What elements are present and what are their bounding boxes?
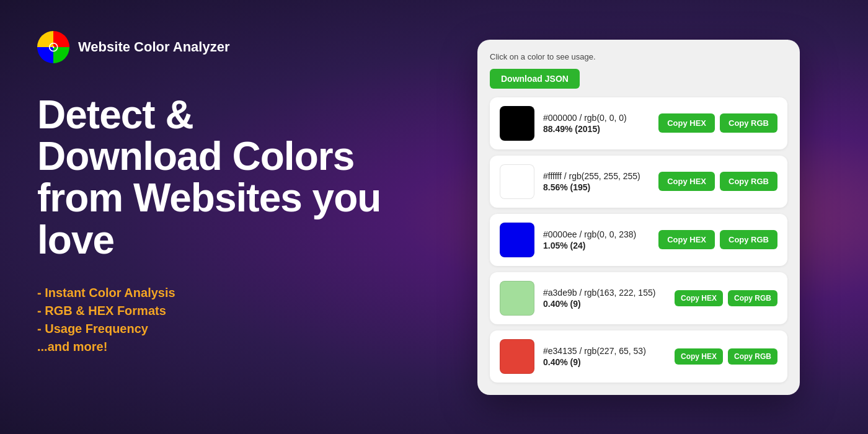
color-info: #ffffff / rgb(255, 255, 255) 8.56% (195): [543, 171, 650, 192]
color-row: #0000ee / rgb(0, 0, 238) 1.05% (24) Copy…: [490, 214, 787, 266]
copy-hex-button[interactable]: Copy HEX: [675, 348, 723, 365]
color-swatch: [500, 106, 534, 141]
copy-rgb-button[interactable]: Copy RGB: [728, 348, 777, 365]
left-panel: Website Color Analyzer Detect & Download…: [0, 0, 422, 434]
copy-buttons: Copy HEX Copy RGB: [675, 348, 777, 365]
copy-hex-button[interactable]: Copy HEX: [658, 113, 715, 133]
color-usage: 0.40% (9): [543, 299, 666, 309]
feature-4: ...and more!: [37, 340, 384, 354]
color-swatch: [500, 164, 534, 199]
logo-row: Website Color Analyzer: [37, 31, 384, 63]
copy-rgb-button[interactable]: Copy RGB: [720, 172, 777, 191]
copy-hex-button[interactable]: Copy HEX: [658, 172, 715, 191]
feature-2: - RGB & HEX Formats: [37, 304, 384, 318]
copy-hex-button[interactable]: Copy HEX: [658, 230, 715, 249]
color-swatch: [500, 223, 534, 257]
color-list: #000000 / rgb(0, 0, 0) 88.49% (2015) Cop…: [490, 97, 787, 383]
color-row: #000000 / rgb(0, 0, 0) 88.49% (2015) Cop…: [490, 97, 787, 149]
right-panel: Click on a color to see usage. Download …: [422, 0, 868, 434]
feature-1: - Instant Color Analysis: [37, 286, 384, 300]
color-usage: 0.40% (9): [543, 357, 666, 367]
copy-rgb-button[interactable]: Copy RGB: [728, 290, 777, 306]
copy-buttons: Copy HEX Copy RGB: [675, 290, 777, 306]
copy-rgb-button[interactable]: Copy RGB: [720, 230, 777, 249]
color-hex-rgb: #0000ee / rgb(0, 0, 238): [543, 229, 650, 239]
color-hex-rgb: #a3de9b / rgb(163, 222, 155): [543, 288, 666, 298]
color-info: #e34135 / rgb(227, 65, 53) 0.40% (9): [543, 346, 666, 367]
color-row: #ffffff / rgb(255, 255, 255) 8.56% (195)…: [490, 156, 787, 208]
color-info: #a3de9b / rgb(163, 222, 155) 0.40% (9): [543, 288, 666, 309]
color-hex-rgb: #e34135 / rgb(227, 65, 53): [543, 346, 666, 356]
color-hex-rgb: #ffffff / rgb(255, 255, 255): [543, 171, 650, 181]
copy-rgb-button[interactable]: Copy RGB: [720, 113, 777, 133]
hero-headline: Detect & Download Colors from Websites y…: [37, 94, 384, 261]
color-swatch: [500, 281, 534, 316]
color-info: #000000 / rgb(0, 0, 0) 88.49% (2015): [543, 113, 650, 134]
color-usage: 8.56% (195): [543, 182, 650, 192]
color-row: #e34135 / rgb(227, 65, 53) 0.40% (9) Cop…: [490, 330, 787, 383]
copy-buttons: Copy HEX Copy RGB: [658, 113, 777, 133]
download-json-button[interactable]: Download JSON: [490, 69, 580, 89]
color-row: #a3de9b / rgb(163, 222, 155) 0.40% (9) C…: [490, 272, 787, 324]
copy-buttons: Copy HEX Copy RGB: [658, 172, 777, 191]
color-card: Click on a color to see usage. Download …: [477, 40, 800, 395]
copy-hex-button[interactable]: Copy HEX: [675, 290, 723, 306]
logo-icon: [37, 31, 69, 63]
copy-buttons: Copy HEX Copy RGB: [658, 230, 777, 249]
color-info: #0000ee / rgb(0, 0, 238) 1.05% (24): [543, 229, 650, 250]
color-hex-rgb: #000000 / rgb(0, 0, 0): [543, 113, 650, 123]
color-usage: 1.05% (24): [543, 241, 650, 250]
color-usage: 88.49% (2015): [543, 124, 650, 134]
app-title: Website Color Analyzer: [78, 39, 230, 55]
card-hint: Click on a color to see usage.: [490, 52, 787, 61]
features-list: - Instant Color Analysis - RGB & HEX For…: [37, 286, 384, 354]
color-swatch: [500, 339, 534, 374]
feature-3: - Usage Frequency: [37, 322, 384, 336]
